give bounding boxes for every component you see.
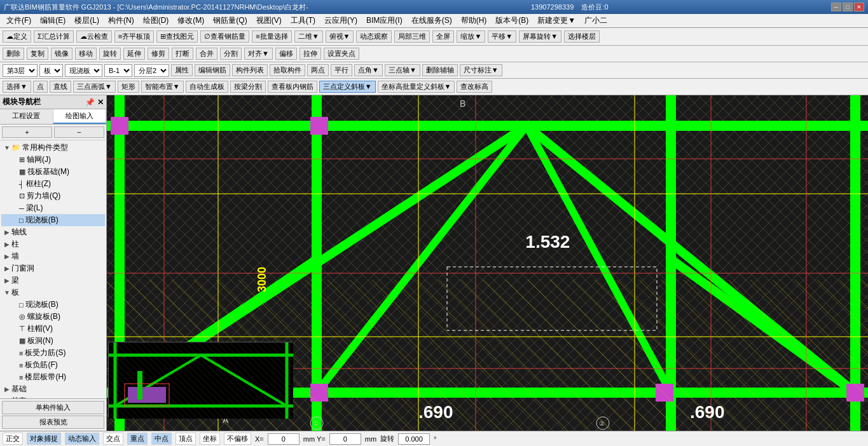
tb1-btn[interactable]: 局部三维 <box>394 30 430 43</box>
tb1-btn[interactable]: 选择楼层 <box>564 30 600 43</box>
tb3-btn[interactable]: 属性 <box>171 64 193 76</box>
tb3-btn[interactable]: 拾取构件 <box>270 64 305 76</box>
tb1-btn[interactable]: 屏幕旋转▼ <box>519 30 561 43</box>
tree-node-墙[interactable]: ▶墙 <box>1 250 105 262</box>
tb1-btn[interactable]: ∅查看钢筋量 <box>200 30 249 43</box>
tb1-btn[interactable]: 二维▼ <box>294 30 323 43</box>
x-input[interactable] <box>268 433 300 445</box>
tb4-btn[interactable]: 三点定义斜板▼ <box>319 81 376 93</box>
tb3-btn[interactable]: 平行 <box>331 64 352 76</box>
tb3-btn[interactable]: 两点 <box>307 64 329 76</box>
tb4-btn[interactable]: 三点画弧▼ <box>73 81 116 93</box>
menu-item-e[interactable]: 编辑(E) <box>36 14 69 27</box>
tb4-btn[interactable]: 智能布置▼ <box>141 81 184 93</box>
tab-project-settings[interactable]: 工程设置 <box>0 109 53 124</box>
tb3-select-2[interactable]: 现浇板 <box>65 64 102 77</box>
tb4-btn[interactable]: 按梁分割 <box>230 81 266 93</box>
tree-node-梁[interactable]: ▶梁 <box>1 274 105 287</box>
tree-node-常用构件类型[interactable]: ▼📁常用构件类型 <box>1 142 105 154</box>
menu-item-d[interactable]: 绘图(D) <box>139 14 173 27</box>
tb2-btn[interactable]: 修剪 <box>148 48 169 60</box>
tb2-btn[interactable]: 复制 <box>27 48 48 60</box>
tb4-btn[interactable]: 坐标高批量定义斜板▼ <box>378 81 455 93</box>
tb1-btn[interactable]: 缩放▼ <box>457 30 485 43</box>
tb3-btn[interactable]: 三点轴▼ <box>385 64 420 76</box>
sidebar-pin-icon[interactable]: 📌 <box>85 98 95 107</box>
tb1-btn[interactable]: 动态观察 <box>356 30 392 43</box>
tb3-btn[interactable]: 构件列表 <box>232 64 268 76</box>
menu-item-n[interactable]: 构件(N) <box>104 14 138 27</box>
tb4-btn[interactable]: 选择▼ <box>3 81 31 93</box>
menu-item-l[interactable]: 楼层(L) <box>71 14 103 27</box>
menu-item-bimi[interactable]: BIM应用(I) <box>362 14 406 27</box>
tree-node-板洞N[interactable]: ▦板洞(N) <box>1 335 105 347</box>
tb4-btn[interactable]: 查改标高 <box>457 81 492 93</box>
tb2-btn[interactable]: 分割 <box>220 48 242 60</box>
menu-item-f[interactable]: 文件(F) <box>3 14 35 27</box>
tb2-btn[interactable]: 旋转 <box>99 48 121 60</box>
tb2-btn[interactable]: 删除 <box>3 48 24 60</box>
tree-node-剪力墙Q[interactable]: ⊡剪力墙(Q) <box>1 190 105 202</box>
tree-node-轴网J[interactable]: ⊞轴网(J) <box>1 154 105 166</box>
sidebar-remove-button[interactable]: − <box>54 126 104 138</box>
statusbar-item-不偏移[interactable]: 不偏移 <box>224 433 251 445</box>
tree-node-柱帽V[interactable]: ⊤柱帽(V) <box>1 323 105 335</box>
tb1-btn[interactable]: ⊞查找图元 <box>156 30 198 43</box>
tree-node-梁L[interactable]: ─梁(L) <box>1 202 105 214</box>
statusbar-item-正交[interactable]: 正交 <box>3 433 23 445</box>
statusbar-item-坐标[interactable]: 坐标 <box>200 433 220 445</box>
menu-item-s[interactable]: 在线服务(S) <box>408 14 456 27</box>
tree-node-轴线[interactable]: ▶轴线 <box>1 226 105 238</box>
tb1-btn[interactable]: 平移▼ <box>488 30 516 43</box>
statusbar-item-交点[interactable]: 交点 <box>103 433 123 445</box>
menu-item-y[interactable]: 云应用(Y) <box>320 14 361 27</box>
tree-node-板[interactable]: ▼板 <box>1 287 105 299</box>
report-preview-button[interactable]: 报表预览 <box>2 416 104 429</box>
statusbar-item-中点[interactable]: 中点 <box>151 433 172 445</box>
sidebar-close-icon[interactable]: ✕ <box>97 98 104 107</box>
tb1-btn[interactable]: ☁云检查 <box>76 30 112 43</box>
tb2-btn[interactable]: 拉伸 <box>300 48 321 60</box>
tree-node-现浇板B[interactable]: □现浇板(B) <box>1 214 105 226</box>
tb1-btn[interactable]: 俯视▼ <box>326 30 354 43</box>
tree-node-门窗洞[interactable]: ▶门窗洞 <box>1 262 105 274</box>
tb2-btn[interactable]: 打断 <box>172 48 193 60</box>
tree-node-板受力筋S[interactable]: ≡板受力筋(S) <box>1 347 105 359</box>
tb4-btn[interactable]: 矩形 <box>118 81 139 93</box>
tb4-btn[interactable]: 查看板内钢筋 <box>268 81 317 93</box>
tree-node-基础[interactable]: ▶基础 <box>1 383 105 395</box>
tb2-btn[interactable]: 延伸 <box>123 48 145 60</box>
menu-item-q[interactable]: 钢筋量(Q) <box>209 14 251 27</box>
statusbar-item-重点[interactable]: 重点 <box>127 433 148 445</box>
statusbar-item-对象捕捉[interactable]: 对象捕捉 <box>27 433 61 445</box>
single-component-button[interactable]: 单构件输入 <box>2 401 104 414</box>
statusbar-item-动态输入[interactable]: 动态输入 <box>65 433 99 445</box>
tb3-select-4[interactable]: 分层2 <box>134 64 169 77</box>
menu-item-b[interactable]: 版本号(B) <box>492 14 532 27</box>
tb1-btn[interactable]: ≡批量选择 <box>252 30 291 43</box>
tb4-btn[interactable]: 自动生成板 <box>186 81 228 93</box>
tb1-btn[interactable]: 全屏 <box>432 30 454 43</box>
tree-node-螺旋板B[interactable]: ◎螺旋板(B) <box>1 311 105 323</box>
menu-item-t[interactable]: 工具(T) <box>287 14 319 27</box>
canvas-area[interactable] <box>107 95 868 431</box>
tb1-btn[interactable]: Σ汇总计算 <box>34 30 74 43</box>
menu-item-[interactable]: 新建变更▼ <box>534 14 579 27</box>
tb3-select-3[interactable]: B-1 <box>104 64 132 77</box>
tb3-select-1[interactable]: 板 <box>39 64 63 77</box>
tb2-btn[interactable]: 对齐▼ <box>244 48 273 60</box>
tb2-btn[interactable]: 合并 <box>196 48 217 60</box>
tree-node-现浇板B[interactable]: □现浇板(B) <box>1 299 105 311</box>
tb2-btn[interactable]: 设置夹点 <box>324 48 359 60</box>
menu-item-v[interactable]: 视图(V) <box>252 14 286 27</box>
menu-item-h[interactable]: 帮助(H) <box>457 14 491 27</box>
menu-item-m[interactable]: 修改(M) <box>174 14 208 27</box>
minimize-button[interactable]: ─ <box>831 3 841 11</box>
close-button[interactable]: ✕ <box>854 3 864 11</box>
tb2-btn[interactable]: 镜像 <box>51 48 72 60</box>
tb1-btn[interactable]: ☁定义 <box>3 30 31 43</box>
maximize-button[interactable]: □ <box>843 3 853 11</box>
tb3-btn[interactable]: 编辑钢筋 <box>195 64 230 76</box>
tb3-btn[interactable]: 点角▼ <box>354 64 383 76</box>
tree-node-柱[interactable]: ▶柱 <box>1 238 105 250</box>
